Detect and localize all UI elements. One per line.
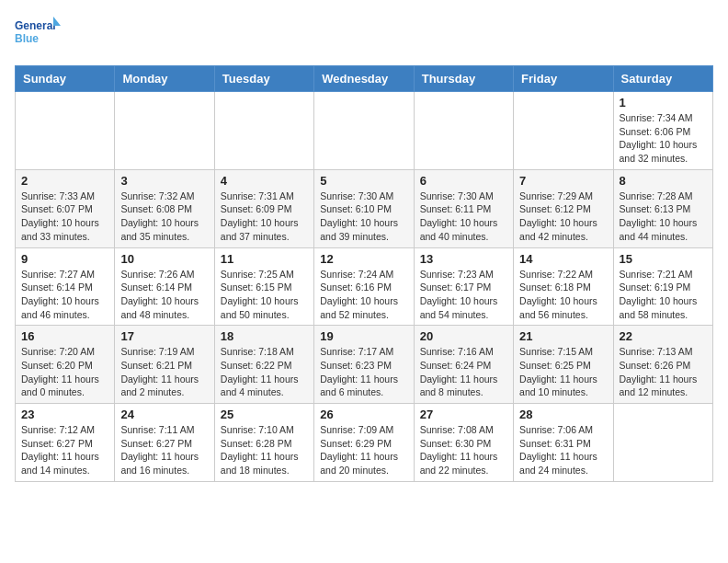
day-number: 20: [420, 329, 507, 343]
day-number: 18: [221, 329, 308, 343]
day-info: Sunrise: 7:29 AM Sunset: 6:12 PM Dayligh…: [519, 190, 607, 244]
calendar-cell: 7Sunrise: 7:29 AM Sunset: 6:12 PM Daylig…: [514, 169, 613, 247]
day-info: Sunrise: 7:33 AM Sunset: 6:07 PM Dayligh…: [21, 190, 108, 244]
calendar-cell: 13Sunrise: 7:23 AM Sunset: 6:17 PM Dayli…: [414, 247, 513, 326]
day-info: Sunrise: 7:16 AM Sunset: 6:24 PM Dayligh…: [420, 345, 507, 399]
calendar-week-row: 1Sunrise: 7:34 AM Sunset: 6:06 PM Daylig…: [16, 92, 713, 170]
calendar-cell: 12Sunrise: 7:24 AM Sunset: 6:16 PM Dayli…: [314, 247, 414, 326]
weekday-header: Saturday: [613, 66, 712, 92]
calendar-week-row: 16Sunrise: 7:20 AM Sunset: 6:20 PM Dayli…: [16, 326, 713, 404]
calendar-cell: 15Sunrise: 7:21 AM Sunset: 6:19 PM Dayli…: [613, 247, 712, 326]
calendar-cell: 17Sunrise: 7:19 AM Sunset: 6:21 PM Dayli…: [115, 326, 214, 404]
calendar-cell: 20Sunrise: 7:16 AM Sunset: 6:24 PM Dayli…: [414, 326, 513, 404]
day-number: 4: [221, 174, 308, 188]
logo-svg: General Blue: [15, 15, 61, 56]
day-number: 25: [221, 408, 308, 421]
day-info: Sunrise: 7:32 AM Sunset: 6:08 PM Dayligh…: [120, 190, 208, 244]
day-number: 15: [620, 252, 707, 266]
weekday-header: Tuesday: [214, 66, 313, 92]
calendar-cell: 11Sunrise: 7:25 AM Sunset: 6:15 PM Dayli…: [214, 247, 313, 326]
day-info: Sunrise: 7:10 AM Sunset: 6:28 PM Dayligh…: [221, 423, 308, 477]
day-info: Sunrise: 7:17 AM Sunset: 6:23 PM Dayligh…: [320, 345, 407, 399]
day-number: 8: [620, 174, 707, 188]
day-info: Sunrise: 7:34 AM Sunset: 6:06 PM Dayligh…: [620, 111, 707, 166]
weekday-header: Monday: [115, 66, 214, 92]
day-info: Sunrise: 7:19 AM Sunset: 6:21 PM Dayligh…: [120, 345, 208, 399]
day-info: Sunrise: 7:23 AM Sunset: 6:17 PM Dayligh…: [420, 268, 507, 322]
day-info: Sunrise: 7:13 AM Sunset: 6:26 PM Dayligh…: [620, 345, 707, 399]
calendar-cell: [613, 404, 712, 482]
day-info: Sunrise: 7:09 AM Sunset: 6:29 PM Dayligh…: [320, 423, 407, 477]
calendar-cell: [214, 92, 313, 170]
day-info: Sunrise: 7:18 AM Sunset: 6:22 PM Dayligh…: [221, 345, 308, 399]
calendar-cell: 23Sunrise: 7:12 AM Sunset: 6:27 PM Dayli…: [16, 404, 115, 482]
day-number: 9: [21, 252, 108, 266]
day-number: 22: [620, 329, 707, 343]
calendar-week-row: 2Sunrise: 7:33 AM Sunset: 6:07 PM Daylig…: [16, 169, 713, 247]
calendar-cell: 21Sunrise: 7:15 AM Sunset: 6:25 PM Dayli…: [514, 326, 613, 404]
calendar-week-row: 23Sunrise: 7:12 AM Sunset: 6:27 PM Dayli…: [16, 404, 713, 482]
svg-text:Blue: Blue: [15, 32, 39, 45]
calendar-header-row: SundayMondayTuesdayWednesdayThursdayFrid…: [16, 66, 713, 92]
calendar: SundayMondayTuesdayWednesdayThursdayFrid…: [15, 65, 713, 482]
svg-marker-2: [53, 17, 61, 26]
day-info: Sunrise: 7:25 AM Sunset: 6:15 PM Dayligh…: [221, 268, 308, 322]
day-info: Sunrise: 7:30 AM Sunset: 6:11 PM Dayligh…: [420, 190, 507, 244]
day-info: Sunrise: 7:22 AM Sunset: 6:18 PM Dayligh…: [519, 268, 607, 322]
calendar-cell: 5Sunrise: 7:30 AM Sunset: 6:10 PM Daylig…: [314, 169, 414, 247]
weekday-header: Wednesday: [314, 66, 414, 92]
day-info: Sunrise: 7:11 AM Sunset: 6:27 PM Dayligh…: [120, 423, 208, 477]
logo: General Blue: [15, 15, 61, 56]
day-number: 1: [620, 96, 707, 109]
day-info: Sunrise: 7:15 AM Sunset: 6:25 PM Dayligh…: [519, 345, 607, 399]
day-info: Sunrise: 7:26 AM Sunset: 6:14 PM Dayligh…: [120, 268, 208, 322]
day-number: 5: [320, 174, 407, 188]
calendar-cell: 6Sunrise: 7:30 AM Sunset: 6:11 PM Daylig…: [414, 169, 513, 247]
day-number: 23: [21, 408, 108, 421]
day-info: Sunrise: 7:24 AM Sunset: 6:16 PM Dayligh…: [320, 268, 407, 322]
calendar-week-row: 9Sunrise: 7:27 AM Sunset: 6:14 PM Daylig…: [16, 247, 713, 326]
calendar-cell: [414, 92, 513, 170]
day-info: Sunrise: 7:20 AM Sunset: 6:20 PM Dayligh…: [21, 345, 108, 399]
day-info: Sunrise: 7:28 AM Sunset: 6:13 PM Dayligh…: [620, 190, 707, 244]
day-number: 24: [120, 408, 208, 421]
calendar-cell: 16Sunrise: 7:20 AM Sunset: 6:20 PM Dayli…: [16, 326, 115, 404]
calendar-cell: 18Sunrise: 7:18 AM Sunset: 6:22 PM Dayli…: [214, 326, 313, 404]
day-number: 16: [21, 329, 108, 343]
day-number: 6: [420, 174, 507, 188]
day-number: 11: [221, 252, 308, 266]
calendar-cell: 19Sunrise: 7:17 AM Sunset: 6:23 PM Dayli…: [314, 326, 414, 404]
calendar-cell: 1Sunrise: 7:34 AM Sunset: 6:06 PM Daylig…: [613, 92, 712, 170]
day-info: Sunrise: 7:12 AM Sunset: 6:27 PM Dayligh…: [21, 423, 108, 477]
day-number: 12: [320, 252, 407, 266]
weekday-header: Sunday: [16, 66, 115, 92]
calendar-cell: 28Sunrise: 7:06 AM Sunset: 6:31 PM Dayli…: [514, 404, 613, 482]
day-info: Sunrise: 7:06 AM Sunset: 6:31 PM Dayligh…: [519, 423, 607, 477]
day-info: Sunrise: 7:21 AM Sunset: 6:19 PM Dayligh…: [620, 268, 707, 322]
weekday-header: Friday: [514, 66, 613, 92]
day-info: Sunrise: 7:30 AM Sunset: 6:10 PM Dayligh…: [320, 190, 407, 244]
calendar-cell: 26Sunrise: 7:09 AM Sunset: 6:29 PM Dayli…: [314, 404, 414, 482]
day-info: Sunrise: 7:27 AM Sunset: 6:14 PM Dayligh…: [21, 268, 108, 322]
day-number: 14: [519, 252, 607, 266]
calendar-cell: [514, 92, 613, 170]
day-number: 7: [519, 174, 607, 188]
calendar-cell: 27Sunrise: 7:08 AM Sunset: 6:30 PM Dayli…: [414, 404, 513, 482]
calendar-cell: 25Sunrise: 7:10 AM Sunset: 6:28 PM Dayli…: [214, 404, 313, 482]
day-number: 21: [519, 329, 607, 343]
calendar-cell: 3Sunrise: 7:32 AM Sunset: 6:08 PM Daylig…: [115, 169, 214, 247]
header: General Blue: [15, 15, 713, 56]
calendar-cell: 8Sunrise: 7:28 AM Sunset: 6:13 PM Daylig…: [613, 169, 712, 247]
day-number: 2: [21, 174, 108, 188]
calendar-cell: 22Sunrise: 7:13 AM Sunset: 6:26 PM Dayli…: [613, 326, 712, 404]
day-number: 3: [120, 174, 208, 188]
svg-text:General: General: [15, 19, 56, 32]
calendar-cell: 24Sunrise: 7:11 AM Sunset: 6:27 PM Dayli…: [115, 404, 214, 482]
day-number: 26: [320, 408, 407, 421]
day-number: 17: [120, 329, 208, 343]
weekday-header: Thursday: [414, 66, 513, 92]
day-number: 10: [120, 252, 208, 266]
calendar-cell: 14Sunrise: 7:22 AM Sunset: 6:18 PM Dayli…: [514, 247, 613, 326]
calendar-cell: 4Sunrise: 7:31 AM Sunset: 6:09 PM Daylig…: [214, 169, 313, 247]
day-info: Sunrise: 7:08 AM Sunset: 6:30 PM Dayligh…: [420, 423, 507, 477]
